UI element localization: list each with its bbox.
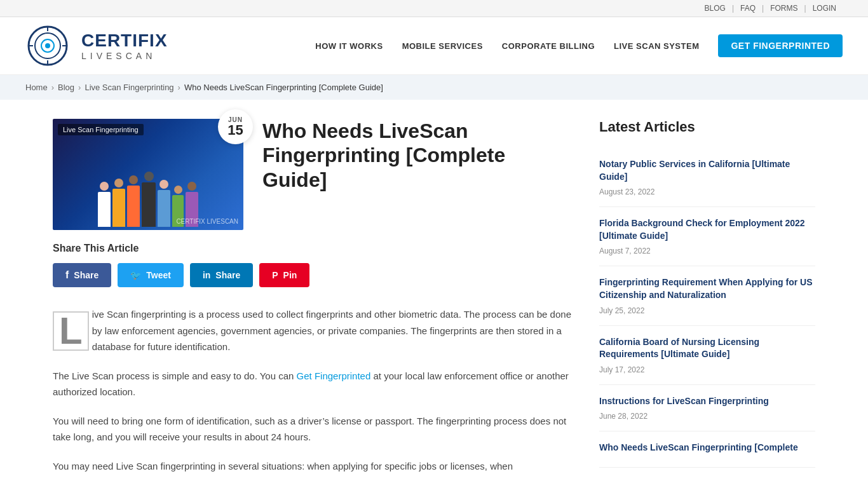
article-paragraph-2: The Live Scan process is simple and easy…: [53, 368, 574, 400]
nav-mobile-services[interactable]: MOBILE SERVICES: [402, 41, 483, 51]
sidebar-article-1-title[interactable]: Notary Public Services in California [Ul…: [599, 158, 815, 183]
sidebar-article-2-title[interactable]: Florida Background Check for Employment …: [599, 217, 815, 242]
twitter-icon: 🐦: [130, 270, 141, 280]
latest-articles-title: Latest Articles: [599, 119, 815, 135]
pinterest-share-button[interactable]: P Pin: [259, 263, 309, 287]
header: CERTIFIX LIVESCAN HOW IT WORKS MOBILE SE…: [0, 17, 868, 75]
breadcrumb-sep3: ›: [178, 83, 180, 92]
logo-icon: [25, 24, 76, 68]
twitter-label: Tweet: [146, 270, 171, 280]
pinterest-icon: P: [272, 270, 278, 280]
paragraph-1-text: ive Scan fingerprinting is a process use…: [92, 309, 571, 352]
featured-image-wrap: Live Scan Fingerprinting CERTIFIX LIVESC…: [53, 119, 243, 230]
featured-image: Live Scan Fingerprinting CERTIFIX LIVESC…: [53, 119, 243, 230]
date-badge: JUN 15: [218, 109, 253, 144]
breadcrumb-sep2: ›: [78, 83, 81, 92]
login-link[interactable]: LOGIN: [806, 4, 843, 13]
linkedin-label: Share: [215, 270, 240, 280]
sidebar-article-6-title[interactable]: Who Needs LiveScan Fingerprinting [Compl…: [599, 442, 815, 454]
sidebar-article-1: Notary Public Services in California [Ul…: [599, 148, 815, 207]
get-fingerprinted-button[interactable]: GET FINGERPRINTED: [718, 34, 843, 57]
sidebar-article-3-date: July 25, 2022: [599, 306, 644, 315]
breadcrumb-sep1: ›: [51, 83, 54, 92]
nav-corporate-billing[interactable]: CORPORATE BILLING: [502, 41, 595, 51]
image-label: Live Scan Fingerprinting: [58, 124, 144, 135]
breadcrumb: Home › Blog › Live Scan Fingerprinting ›…: [0, 75, 868, 100]
breadcrumb-live-scan[interactable]: Live Scan Fingerprinting: [85, 83, 173, 92]
linkedin-icon: in: [203, 270, 210, 280]
sidebar-article-1-date: August 23, 2022: [599, 187, 654, 196]
get-fingerprinted-inline-link[interactable]: Get Fingerprinted: [297, 370, 371, 381]
article-body: L ive Scan fingerprinting is a process u…: [53, 306, 574, 474]
breadcrumb-current: Who Needs LiveScan Fingerprinting [Compl…: [184, 83, 383, 92]
drop-cap: L: [53, 311, 89, 351]
sidebar-article-4: California Board of Nursing Licensing Re…: [599, 326, 815, 385]
sidebar-article-5-date: June 28, 2022: [599, 412, 648, 421]
sidebar-article-5-title[interactable]: Instructions for LiveScan Fingerprinting: [599, 395, 815, 408]
facebook-share-button[interactable]: f Share: [53, 263, 111, 287]
article-paragraph-3: You will need to bring one form of ident…: [53, 413, 574, 445]
logo: CERTIFIX LIVESCAN: [25, 24, 168, 68]
top-bar: BLOG | FAQ | FORMS | LOGIN: [0, 0, 868, 17]
main-wrapper: Live Scan Fingerprinting CERTIFIX LIVESC…: [27, 100, 841, 488]
main-nav: HOW IT WORKS MOBILE SERVICES CORPORATE B…: [315, 34, 843, 57]
sidebar-article-6: Who Needs LiveScan Fingerprinting [Compl…: [599, 431, 815, 468]
sidebar-article-5: Instructions for LiveScan Fingerprinting…: [599, 385, 815, 432]
breadcrumb-home[interactable]: Home: [25, 83, 48, 92]
article-paragraph-1: L ive Scan fingerprinting is a process u…: [53, 306, 574, 355]
facebook-icon: f: [65, 269, 69, 281]
article: Live Scan Fingerprinting CERTIFIX LIVESC…: [53, 119, 574, 487]
facebook-label: Share: [74, 270, 98, 280]
faq-link[interactable]: FAQ: [734, 4, 762, 13]
blog-link[interactable]: BLOG: [698, 4, 732, 13]
latest-articles: Latest Articles Notary Public Services i…: [599, 119, 815, 468]
image-logo: CERTIFIX LIVESCAN: [176, 218, 238, 225]
paragraph-2-before-link: The Live Scan process is simple and easy…: [53, 370, 297, 381]
sidebar-article-3-title[interactable]: Fingerprinting Requirement When Applying…: [599, 276, 815, 301]
sidebar: Latest Articles Notary Public Services i…: [599, 119, 815, 487]
logo-text: CERTIFIX LIVESCAN: [81, 30, 168, 61]
article-paragraph-4: You may need Live Scan fingerprinting in…: [53, 458, 574, 475]
breadcrumb-blog[interactable]: Blog: [58, 83, 74, 92]
forms-link[interactable]: FORMS: [764, 4, 804, 13]
svg-point-3: [45, 43, 50, 48]
sidebar-article-2: Florida Background Check for Employment …: [599, 207, 815, 266]
logo-sub: LIVESCAN: [81, 51, 168, 61]
sidebar-article-4-title[interactable]: California Board of Nursing Licensing Re…: [599, 336, 815, 361]
social-buttons: f Share 🐦 Tweet in Share P Pin: [53, 263, 574, 287]
date-day: 15: [227, 123, 243, 137]
article-header: Live Scan Fingerprinting CERTIFIX LIVESC…: [53, 119, 574, 243]
pinterest-label: Pin: [283, 270, 297, 280]
sidebar-article-4-date: July 17, 2022: [599, 365, 644, 374]
twitter-share-button[interactable]: 🐦 Tweet: [118, 263, 184, 287]
sidebar-article-2-date: August 7, 2022: [599, 247, 651, 255]
nav-how-it-works[interactable]: HOW IT WORKS: [315, 41, 383, 51]
logo-brand: CERTIFIX: [81, 30, 168, 51]
sidebar-article-3: Fingerprinting Requirement When Applying…: [599, 266, 815, 325]
nav-live-scan-system[interactable]: LIVE SCAN SYSTEM: [614, 41, 699, 51]
linkedin-share-button[interactable]: in Share: [190, 263, 253, 287]
share-label: Share This Article: [53, 243, 574, 254]
image-overlay: Live Scan Fingerprinting CERTIFIX LIVESC…: [53, 119, 243, 230]
